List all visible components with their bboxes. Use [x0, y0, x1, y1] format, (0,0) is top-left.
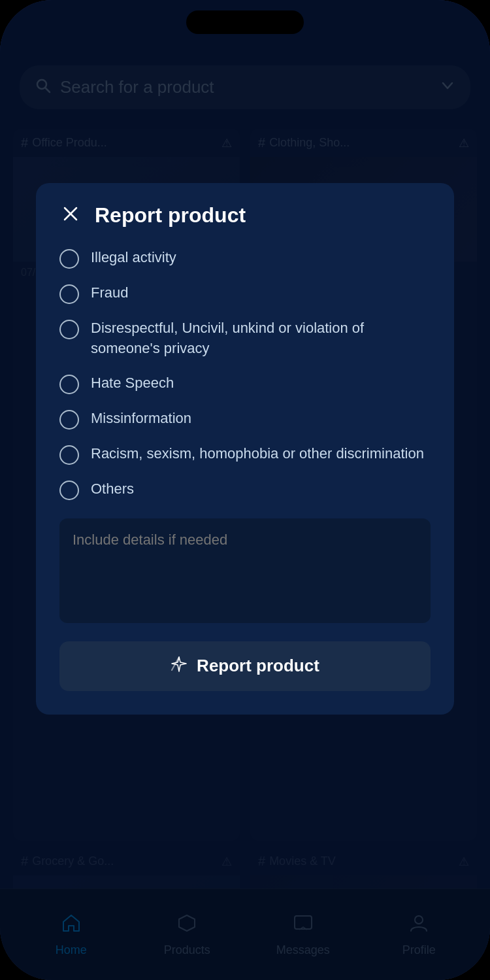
option-others[interactable]: Others — [59, 479, 431, 500]
option-label-illegal: Illegal activity — [91, 248, 176, 268]
radio-others[interactable] — [59, 481, 79, 500]
option-fraud[interactable]: Fraud — [59, 283, 431, 304]
option-label-hate: Hate Speech — [91, 373, 174, 394]
report-submit-button[interactable]: Report product — [59, 641, 431, 691]
details-textarea[interactable] — [59, 518, 431, 623]
report-button-icon — [171, 656, 188, 677]
radio-racism[interactable] — [59, 445, 79, 465]
radio-illegal[interactable] — [59, 249, 79, 269]
close-button[interactable] — [59, 203, 82, 228]
option-label-fraud: Fraud — [91, 283, 128, 303]
radio-fraud[interactable] — [59, 284, 79, 304]
option-hate[interactable]: Hate Speech — [59, 373, 431, 394]
option-racism[interactable]: Racism, sexism, homophobia or other disc… — [59, 444, 431, 465]
report-options: Illegal activity Fraud Disrespectful, Un… — [59, 248, 431, 500]
modal-header: Report product — [59, 203, 431, 228]
radio-hate[interactable] — [59, 375, 79, 394]
phone-notch — [186, 10, 304, 34]
option-label-misinfo: Missinformation — [91, 409, 191, 429]
modal-title: Report product — [95, 203, 246, 228]
radio-disrespectful[interactable] — [59, 320, 79, 339]
option-disrespectful[interactable]: Disrespectful, Uncivil, unkind or violat… — [59, 318, 431, 359]
option-label-racism: Racism, sexism, homophobia or other disc… — [91, 444, 424, 464]
modal-overlay: Report product Illegal activity Fraud Di… — [0, 0, 490, 980]
phone-frame: Search for a product # Office Produ... ⚠ — [0, 0, 490, 980]
option-label-others: Others — [91, 479, 134, 499]
option-misinfo[interactable]: Missinformation — [59, 409, 431, 430]
option-label-disrespectful: Disrespectful, Uncivil, unkind or violat… — [91, 318, 431, 359]
report-modal: Report product Illegal activity Fraud Di… — [36, 183, 454, 715]
radio-misinfo[interactable] — [59, 410, 79, 430]
report-button-label: Report product — [197, 656, 319, 676]
option-illegal[interactable]: Illegal activity — [59, 248, 431, 269]
